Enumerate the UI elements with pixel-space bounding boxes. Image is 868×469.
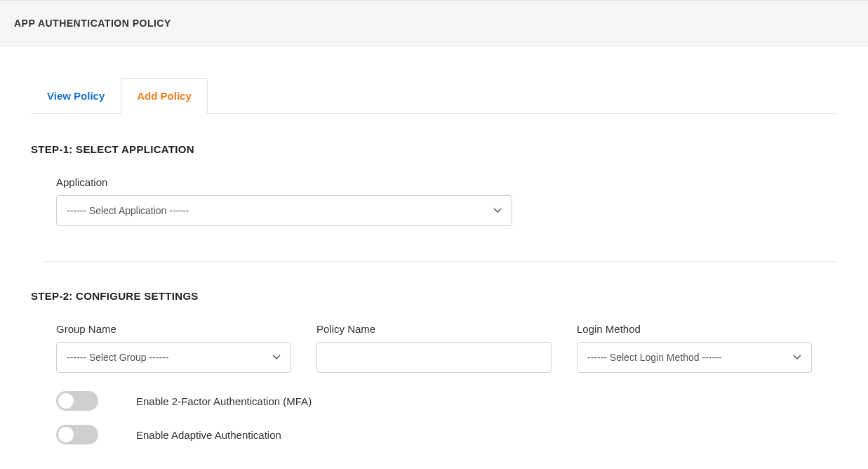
- tab-add-policy[interactable]: Add Policy: [121, 78, 208, 114]
- page-title: APP AUTHENTICATION POLICY: [14, 18, 171, 29]
- login-method-label: Login Method: [577, 323, 812, 335]
- tab-label: Add Policy: [137, 90, 192, 102]
- step-1-title: STEP-1: SELECT APPLICATION: [31, 143, 837, 155]
- tab-label: View Policy: [47, 90, 105, 102]
- step-2-form: Group Name ------ Select Group ------ Po…: [31, 302, 837, 444]
- tab-view-policy[interactable]: View Policy: [31, 78, 121, 114]
- page-header: APP AUTHENTICATION POLICY: [0, 0, 868, 46]
- mfa-toggle[interactable]: [56, 391, 98, 411]
- application-label: Application: [56, 176, 812, 188]
- toggle-knob: [58, 393, 74, 409]
- tab-bar: View Policy Add Policy: [31, 77, 837, 114]
- group-name-select[interactable]: ------ Select Group ------: [56, 342, 291, 373]
- step-2-title: STEP-2: CONFIGURE SETTINGS: [31, 290, 837, 302]
- step-1-form: Application ------ Select Application --…: [31, 176, 837, 226]
- login-method-select[interactable]: ------ Select Login Method ------: [577, 342, 812, 373]
- toggle-knob: [58, 427, 74, 442]
- policy-name-input[interactable]: [316, 342, 552, 373]
- mfa-toggle-label: Enable 2-Factor Authentication (MFA): [136, 395, 312, 407]
- group-name-label: Group Name: [56, 323, 291, 335]
- adaptive-toggle-label: Enable Adaptive Authentication: [136, 429, 281, 441]
- main-content: View Policy Add Policy STEP-1: SELECT AP…: [0, 77, 868, 444]
- application-select[interactable]: ------ Select Application ------: [56, 195, 512, 226]
- policy-name-label: Policy Name: [316, 323, 552, 335]
- adaptive-toggle[interactable]: [56, 425, 98, 444]
- section-divider: [44, 261, 837, 262]
